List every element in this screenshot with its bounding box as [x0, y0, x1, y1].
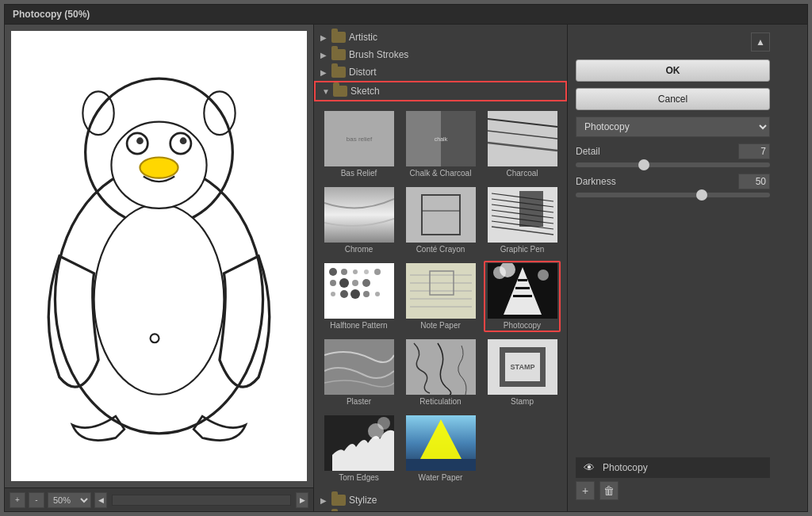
main-content: + - 50% 25% 100% 200% ◀ ▶ ▶ Artistic [5, 25, 807, 511]
filter-chalk-charcoal[interactable]: chalk Chalk & Charcoal [402, 109, 479, 180]
add-layer-button[interactable]: + [576, 481, 595, 500]
filter-torn-edges[interactable]: Torn Edges [320, 413, 397, 484]
detail-slider-thumb[interactable] [638, 159, 649, 170]
category-distort[interactable]: ▶ Distort [314, 63, 567, 81]
note-paper-thumbnail [406, 263, 476, 319]
svg-point-5 [136, 137, 144, 144]
halftone-pattern-label: Halftone Pattern [330, 321, 387, 330]
svg-point-10 [82, 91, 113, 135]
chalk-charcoal-label: Chalk & Charcoal [410, 169, 472, 178]
sketch-grid: bas relief Bas Relief chalk Chalk & Char… [320, 105, 561, 487]
bas-relief-thumbnail: bas relief [324, 111, 394, 166]
svg-point-42 [362, 279, 370, 287]
svg-point-44 [331, 292, 335, 296]
cancel-button[interactable]: Cancel [576, 88, 770, 110]
darkness-slider-thumb[interactable] [696, 189, 707, 201]
svg-rect-58 [513, 295, 532, 297]
svg-point-8 [140, 157, 178, 178]
detail-label-row: Detail [576, 143, 770, 159]
category-texture[interactable]: ▶ Texture [314, 509, 567, 511]
conte-crayon-label: Conté Crayon [416, 245, 465, 254]
folder-sketch-icon [333, 86, 347, 97]
svg-point-40 [352, 280, 358, 286]
filter-graphic-pen[interactable]: Graphic Pen [484, 185, 561, 256]
title-bar: Photocopy (50%) [5, 5, 807, 25]
detail-slider-track[interactable] [576, 162, 770, 167]
zoom-out-button[interactable]: - [29, 492, 44, 508]
charcoal-thumbnail [488, 111, 557, 166]
svg-point-41 [364, 269, 369, 274]
dialog-title: Photocopy (50%) [13, 9, 90, 20]
graphic-pen-thumbnail [488, 187, 557, 243]
conte-crayon-thumbnail [406, 187, 476, 243]
svg-point-36 [341, 269, 347, 275]
category-brush-strokes[interactable]: ▶ Brush Strokes [314, 46, 567, 63]
water-paper-label: Water Paper [419, 473, 463, 482]
filter-chrome[interactable]: Chrome [320, 185, 397, 256]
svg-point-2 [94, 204, 224, 394]
preview-toolbar: + - 50% 25% 100% 200% ◀ ▶ [5, 487, 313, 511]
settings-panel: ▲ OK Cancel Photocopy Detail [568, 25, 778, 511]
filter-plaster[interactable]: Plaster [320, 337, 397, 408]
layer-visibility-eye[interactable]: 👁 [582, 462, 596, 473]
ok-button[interactable]: OK [576, 59, 770, 82]
svg-point-35 [329, 268, 337, 276]
svg-rect-63 [406, 339, 476, 395]
darkness-slider-track[interactable] [576, 193, 770, 197]
filter-reticulation[interactable]: Reticulation [402, 337, 479, 408]
expand-collapse-button[interactable]: ▲ [751, 32, 770, 52]
scroll-right-arrow[interactable]: ▶ [296, 492, 308, 508]
filter-dropdown-row: Photocopy [576, 117, 770, 137]
filter-conte-crayon[interactable]: Conté Crayon [402, 185, 479, 256]
triangle-distort: ▶ [320, 68, 328, 77]
svg-point-46 [350, 289, 360, 299]
dialog: Photocopy (50%) [4, 4, 808, 512]
svg-rect-33 [519, 191, 543, 227]
photocopy-label: Photocopy [504, 321, 541, 330]
filter-stamp[interactable]: STAMP Stamp [484, 337, 561, 408]
bas-relief-label: Bas Relief [341, 169, 377, 178]
filter-halftone-pattern[interactable]: Halftone Pattern [320, 261, 397, 332]
filter-dropdown[interactable]: Photocopy [576, 117, 770, 137]
detail-label: Detail [576, 146, 600, 157]
torn-edges-label: Torn Edges [339, 473, 379, 482]
reticulation-label: Reticulation [419, 397, 461, 406]
zoom-select[interactable]: 50% 25% 100% 200% [48, 492, 91, 508]
stamp-label: Stamp [511, 397, 534, 406]
delete-layer-button[interactable]: 🗑 [599, 481, 619, 500]
svg-point-45 [340, 290, 348, 298]
filter-bas-relief[interactable]: bas relief Bas Relief [320, 109, 397, 180]
folder-artistic-icon [331, 32, 346, 43]
filter-note-paper[interactable]: Note Paper [402, 261, 479, 332]
sketch-section: bas relief Bas Relief chalk Chalk & Char… [314, 101, 567, 491]
chalk-charcoal-thumbnail: chalk [406, 111, 476, 166]
horizontal-scrollbar[interactable] [112, 495, 291, 506]
category-brush-strokes-label: Brush Strokes [349, 49, 408, 60]
svg-rect-56 [518, 279, 527, 281]
layer-name: Photocopy [603, 462, 648, 473]
darkness-label-row: Darkness [576, 174, 770, 189]
filter-charcoal[interactable]: Charcoal [484, 109, 561, 180]
category-stylize[interactable]: ▶ Stylize [314, 491, 567, 509]
svg-point-48 [375, 292, 380, 296]
triangle-sketch: ▼ [322, 87, 330, 96]
category-distort-label: Distort [349, 67, 377, 78]
filter-photocopy[interactable]: Photocopy [484, 261, 561, 332]
darkness-value-input[interactable] [738, 174, 770, 189]
layer-section-container: 👁 Photocopy + 🗑 [576, 457, 770, 503]
scroll-left-arrow[interactable]: ◀ [94, 492, 107, 508]
category-sketch[interactable]: ▼ Sketch [314, 81, 567, 101]
detail-value-input[interactable] [738, 143, 770, 159]
preview-image [11, 31, 307, 481]
darkness-param: Darkness [576, 174, 770, 197]
zoom-in-button[interactable]: + [10, 492, 25, 508]
svg-point-43 [374, 269, 381, 275]
svg-point-7 [180, 137, 187, 144]
darkness-label: Darkness [576, 176, 616, 187]
preview-panel: + - 50% 25% 100% 200% ◀ ▶ [5, 25, 314, 511]
plaster-label: Plaster [347, 397, 371, 406]
plaster-thumbnail [324, 339, 394, 395]
filter-water-paper[interactable]: Water Paper [402, 413, 479, 484]
detail-param: Detail [576, 143, 770, 167]
category-artistic[interactable]: ▶ Artistic [314, 29, 567, 46]
